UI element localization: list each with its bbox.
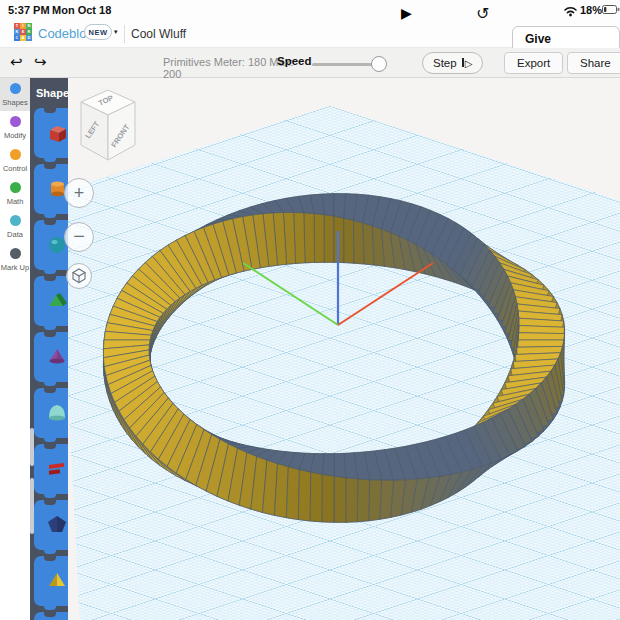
ring-segment-face[interactable] bbox=[354, 220, 365, 264]
category-dot-icon bbox=[10, 182, 21, 193]
ring-segment-face[interactable] bbox=[324, 215, 334, 262]
tinkercad-logo[interactable]: TINKERCAD bbox=[14, 23, 32, 41]
zoom-in-button[interactable]: + bbox=[64, 178, 94, 208]
category-dot-icon bbox=[10, 83, 21, 94]
ring-segment-face[interactable] bbox=[298, 470, 310, 521]
ring-segment-face[interactable] bbox=[369, 480, 382, 521]
paraboloid-shape-icon bbox=[46, 401, 68, 423]
shape-block-sphere[interactable] bbox=[34, 220, 68, 270]
block-notch bbox=[44, 500, 56, 505]
divider bbox=[124, 25, 125, 43]
export-button[interactable]: Export bbox=[504, 52, 563, 74]
ring-segment-face[interactable] bbox=[322, 475, 334, 523]
battery-icon bbox=[602, 5, 620, 15]
block-notch bbox=[44, 164, 56, 169]
block-tab bbox=[44, 269, 56, 274]
status-bar: 5:37 PM Mon Oct 18 18% bbox=[0, 0, 620, 20]
app-bar: TINKERCAD Codeblocks NEW ▾ Cool Wluff Gi… bbox=[0, 20, 620, 48]
panel-scrollbar[interactable] bbox=[30, 478, 34, 534]
ring-segment-face[interactable] bbox=[357, 479, 369, 522]
scene-canvas[interactable] bbox=[68, 78, 620, 620]
3d-viewport[interactable]: TOP LEFT FRONT + − bbox=[68, 78, 620, 620]
speed-label: Speed bbox=[277, 55, 312, 67]
cone-shape-icon bbox=[46, 345, 68, 367]
home-view-cube-icon bbox=[71, 268, 87, 284]
ring-segment-face[interactable] bbox=[314, 214, 324, 263]
restart-button[interactable]: ↻ bbox=[476, 4, 489, 23]
block-notch bbox=[44, 388, 56, 393]
shape-block-box[interactable] bbox=[34, 108, 68, 158]
block-notch bbox=[44, 108, 56, 113]
undo-button[interactable]: ↩ bbox=[10, 53, 23, 71]
panel-scrollbar[interactable] bbox=[30, 428, 34, 466]
step-bar-icon bbox=[462, 58, 464, 67]
shape-block-pyramid[interactable] bbox=[34, 556, 68, 606]
pyramid-shape-icon bbox=[46, 569, 68, 591]
block-tab bbox=[44, 493, 56, 498]
ring-segment-face[interactable] bbox=[518, 333, 565, 340]
category-sidebar: ShapesModifyControlMathDataMark Up bbox=[0, 78, 30, 620]
ring-segment-face[interactable] bbox=[286, 467, 299, 520]
ring-segment-face[interactable] bbox=[517, 340, 564, 347]
sidebar-item-math[interactable]: Math bbox=[0, 177, 30, 210]
shape-block-cylinder[interactable] bbox=[34, 164, 68, 214]
shape-block-paraboloid[interactable] bbox=[34, 388, 68, 438]
sidebar-item-data[interactable]: Data bbox=[0, 210, 30, 243]
block-tab bbox=[44, 381, 56, 386]
category-label: Control bbox=[0, 164, 30, 173]
box-shape-icon bbox=[46, 121, 68, 143]
play-button[interactable]: ▶ bbox=[401, 5, 412, 21]
ring-segment-face[interactable] bbox=[304, 213, 315, 263]
block-tab bbox=[44, 213, 56, 218]
shape-block-partial[interactable] bbox=[34, 612, 68, 620]
block-notch bbox=[44, 276, 56, 281]
polygon-shape-icon bbox=[46, 513, 68, 535]
redo-button[interactable]: ↪ bbox=[34, 53, 47, 71]
category-label: Math bbox=[0, 197, 30, 206]
status-date: Mon Oct 18 bbox=[52, 4, 111, 16]
step-label: Step bbox=[433, 57, 457, 69]
battery-percent: 18% bbox=[580, 4, 602, 16]
share-button[interactable]: Share bbox=[567, 52, 620, 74]
block-notch bbox=[44, 612, 56, 617]
home-view-button[interactable] bbox=[66, 263, 92, 289]
blocks-panel: Shapes bbox=[30, 78, 68, 620]
logo-tile: D bbox=[26, 35, 32, 41]
category-label: Mark Up bbox=[0, 263, 30, 272]
category-label: Modify bbox=[0, 131, 30, 140]
block-notch bbox=[44, 332, 56, 337]
category-dot-icon bbox=[10, 248, 21, 259]
ring-segment-face[interactable] bbox=[310, 472, 322, 522]
shape-block-text[interactable] bbox=[34, 444, 68, 494]
sidebar-item-shapes[interactable]: Shapes bbox=[0, 78, 30, 111]
view-cube[interactable]: TOP LEFT FRONT bbox=[72, 86, 146, 168]
chevron-down-icon[interactable]: ▾ bbox=[114, 28, 118, 36]
text-shape-icon bbox=[46, 457, 68, 479]
sidebar-item-mark-up[interactable]: Mark Up bbox=[0, 243, 30, 276]
block-tab bbox=[44, 549, 56, 554]
block-tab bbox=[44, 325, 56, 330]
ring-segment-face[interactable] bbox=[334, 476, 346, 522]
roof-shape-icon bbox=[46, 289, 68, 311]
sidebar-item-control[interactable]: Control bbox=[0, 144, 30, 177]
new-badge: NEW bbox=[84, 24, 112, 40]
sidebar-item-modify[interactable]: Modify bbox=[0, 111, 30, 144]
shape-block-cone[interactable] bbox=[34, 332, 68, 382]
ring-segment-face[interactable] bbox=[344, 218, 354, 263]
zoom-out-button[interactable]: − bbox=[64, 222, 94, 252]
wifi-icon bbox=[563, 5, 578, 17]
block-tab bbox=[44, 605, 56, 610]
shape-block-polygon[interactable] bbox=[34, 500, 68, 550]
status-time: 5:37 PM bbox=[8, 4, 50, 16]
speed-slider-thumb[interactable] bbox=[371, 56, 387, 72]
ring-segment-face[interactable] bbox=[334, 453, 346, 478]
tinkercad-codeblocks-app: 5:37 PM Mon Oct 18 18% TINKERCAD Codeblo… bbox=[0, 0, 620, 620]
step-button[interactable]: Step▷ bbox=[422, 52, 483, 74]
ring-segment-face[interactable] bbox=[322, 454, 334, 477]
document-title[interactable]: Cool Wluff bbox=[131, 27, 186, 41]
speed-slider[interactable] bbox=[312, 63, 384, 66]
shape-block-roof[interactable] bbox=[34, 276, 68, 326]
blocks-panel-title: Shapes bbox=[36, 87, 68, 99]
ring-segment-face[interactable] bbox=[346, 478, 358, 522]
category-label: Data bbox=[0, 230, 30, 239]
